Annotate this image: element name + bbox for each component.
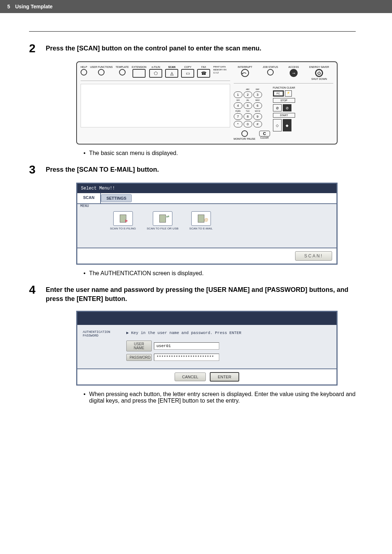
user-functions-button[interactable]: USER FUNCTIONS: [90, 66, 113, 76]
step-number: 2: [29, 42, 40, 54]
start-label: START: [273, 113, 295, 118]
auth-screen: AUTHENTICATION PASSWORD ▶ Key in the use…: [76, 311, 338, 386]
scan-to-file-button[interactable]: ⇄ SCAN TO FILE OR USB: [147, 211, 178, 240]
scan-to-efiling-button[interactable]: ▶ SCAN TO E-FILING: [110, 211, 136, 240]
scan-menu-tabs: SCAN SETTINGS: [77, 193, 336, 204]
stop-button[interactable]: STOP: [273, 98, 295, 103]
menu-label: MENU: [80, 204, 89, 208]
key-2[interactable]: 2: [244, 91, 252, 98]
key-5[interactable]: 5: [244, 102, 252, 109]
enter-button[interactable]: ENTER: [210, 372, 239, 382]
tab-scan[interactable]: SCAN: [77, 193, 101, 203]
start-mono-button[interactable]: ◆: [283, 119, 291, 131]
fax-button[interactable]: FAX ☎: [197, 66, 210, 78]
auth-side-label: AUTHENTICATION PASSWORD: [83, 330, 119, 363]
step-2: 2 Press the [SCAN] button on the control…: [29, 42, 356, 54]
key-9[interactable]: 9: [253, 113, 262, 120]
numeric-keypad[interactable]: ABCDEF 1 2 3 GHIJKLMNO 4 5 6 PQRSTUVWXYZ…: [234, 88, 270, 127]
cancel-button[interactable]: CANCEL: [175, 372, 206, 381]
extension-button[interactable]: EXTENSION: [132, 66, 146, 78]
step-number: 4: [29, 284, 40, 296]
step-text: Enter the user name and password by pres…: [46, 284, 356, 304]
scan-menu-screen: Select Menu!! SCAN SETTINGS MENU ▶ SCAN …: [76, 183, 338, 265]
stop-color-btn[interactable]: ⊘: [273, 104, 282, 111]
key-6[interactable]: 6: [253, 102, 262, 109]
key-8[interactable]: 8: [244, 113, 252, 120]
step2-bullet: The basic scan menu is displayed.: [83, 150, 356, 156]
section-divider: [29, 31, 356, 32]
auth-header: [77, 312, 336, 325]
key-7[interactable]: 7: [234, 113, 242, 120]
tab-settings[interactable]: SETTINGS: [101, 194, 132, 202]
start-color-button[interactable]: ◇: [273, 119, 282, 131]
key-hash[interactable]: #: [253, 121, 262, 127]
interrupt-button[interactable]: INTERRUPT ⤺: [238, 66, 252, 80]
password-button[interactable]: PASSWORD: [126, 354, 152, 361]
scan-to-email-button[interactable]: @ SCAN TO E-MAIL: [189, 211, 213, 240]
auth-prompt: ▶ Key in the user name and password. Pre…: [126, 330, 331, 335]
user-name-field[interactable]: user01: [154, 342, 219, 350]
monitor-pause-button[interactable]: [241, 130, 248, 137]
scan-start-button[interactable]: SCAN!: [295, 251, 332, 261]
fc-led: ⚡: [285, 90, 292, 97]
scan-menu-figure: Select Menu!! SCAN SETTINGS MENU ▶ SCAN …: [76, 183, 356, 265]
key-4[interactable]: 4: [234, 102, 242, 109]
step-text: Press the [SCAN] button on the control p…: [46, 42, 261, 53]
key-star[interactable]: *: [234, 121, 242, 127]
chapter-number: 5: [7, 4, 10, 9]
job-status-button[interactable]: JOB STATUS: [263, 66, 278, 80]
indicator-column: PRINT DATA MEMORY RX L1 L2: [213, 66, 226, 74]
user-name-button[interactable]: USER NAME: [126, 341, 152, 351]
copy-button[interactable]: COPY ▭: [181, 66, 194, 78]
step4-bullet: When pressing each button, the letter en…: [83, 391, 356, 404]
chapter-title: Using Template: [15, 4, 53, 9]
key-1[interactable]: 1: [234, 91, 242, 98]
energy-saver-button[interactable]: ENERGY SAVER ⏻ SHUT DOWN: [309, 66, 329, 80]
chapter-header: 5 Using Template: [0, 0, 392, 13]
control-panel: HELP USER FUNCTIONS TEMPLATE EXTENSION: [76, 61, 338, 144]
stop-mono-btn[interactable]: ⊘: [283, 104, 291, 111]
function-clear-button[interactable]: FC: [273, 90, 284, 97]
step-number: 3: [29, 164, 40, 175]
key-3[interactable]: 3: [253, 91, 262, 98]
step-3: 3 Press the [SCAN TO E-MAIL] button.: [29, 164, 356, 175]
step3-bullet: The AUTHENTICATION screen is displayed.: [83, 270, 356, 277]
key-0[interactable]: 0: [244, 121, 252, 127]
clear-button[interactable]: C: [259, 131, 270, 137]
efiling-button[interactable]: e-FILIN ⬠: [149, 66, 162, 78]
scan-button[interactable]: SCAN ◬: [165, 66, 178, 78]
auth-figure: AUTHENTICATION PASSWORD ▶ Key in the use…: [76, 311, 356, 386]
template-button[interactable]: TEMPLATE: [116, 66, 129, 76]
access-button[interactable]: ACCESS ⊸: [289, 66, 299, 80]
step-4: 4 Enter the user name and password by pr…: [29, 284, 356, 304]
password-field[interactable]: ************************: [154, 354, 219, 361]
step-text: Press the [SCAN TO E-MAIL] button.: [46, 164, 159, 174]
help-button[interactable]: HELP: [81, 66, 87, 76]
control-panel-figure: HELP USER FUNCTIONS TEMPLATE EXTENSION: [76, 61, 356, 144]
scan-menu-title: Select Menu!!: [77, 184, 336, 193]
control-panel-screen: [81, 84, 230, 127]
